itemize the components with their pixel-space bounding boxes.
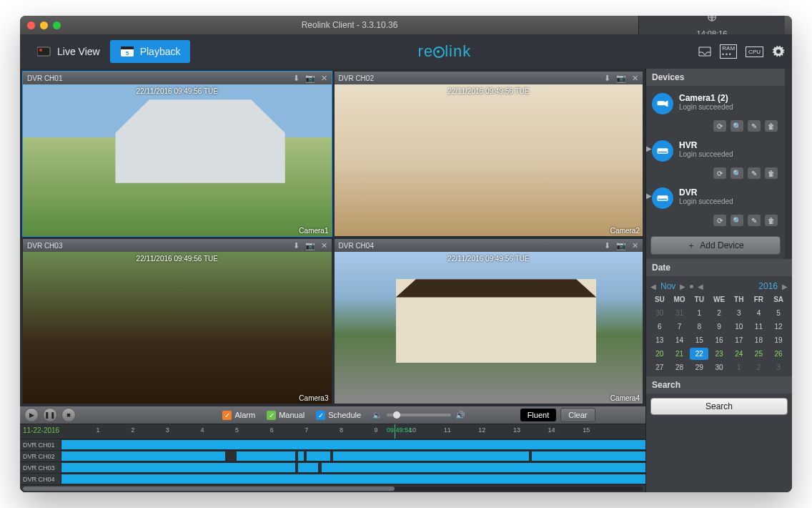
snapshot-icon[interactable]: 📷 [616, 241, 626, 250]
snapshot-icon[interactable]: 📷 [616, 74, 626, 83]
calendar-day[interactable]: 21 [670, 348, 689, 360]
play-button[interactable]: ▶ [24, 408, 39, 422]
close-icon[interactable]: ✕ [632, 74, 638, 83]
search-icon[interactable]: 🔍 [731, 215, 743, 226]
calendar-day[interactable]: 27 [650, 361, 669, 373]
calendar-day[interactable]: 17 [730, 334, 748, 346]
volume-mute-icon[interactable]: 🔈 [372, 411, 382, 420]
calendar-day[interactable]: 3 [769, 361, 788, 373]
refresh-icon[interactable]: ⟳ [713, 120, 726, 132]
prev-year-button[interactable]: ◀ [698, 283, 703, 290]
recording-segment[interactable] [61, 474, 645, 484]
recording-segment[interactable] [237, 451, 295, 461]
calendar-day[interactable]: 30 [710, 361, 728, 373]
calendar-day[interactable]: 19 [769, 334, 788, 346]
edit-icon[interactable]: ✎ [748, 215, 761, 226]
gear-icon[interactable] [772, 45, 785, 58]
calendar-day[interactable]: 4 [750, 307, 768, 319]
recording-segment[interactable] [333, 451, 529, 461]
timeline-row[interactable]: DVR CH01 [20, 439, 645, 451]
tab-playback[interactable]: 5 Playback [110, 40, 191, 63]
calendar-day[interactable]: 24 [730, 348, 748, 360]
snapshot-icon[interactable]: 📷 [305, 241, 315, 250]
timeline-ruler[interactable]: 11-22-2016 123456789101112131415 09:49:5… [20, 424, 645, 439]
search-icon[interactable]: 🔍 [731, 120, 743, 132]
recording-segment[interactable] [298, 463, 319, 472]
expand-icon[interactable]: ▶ [646, 145, 652, 152]
download-icon[interactable]: ⬇ [604, 74, 610, 83]
calendar-day[interactable]: 11 [750, 321, 768, 333]
calendar-day[interactable]: 26 [769, 348, 788, 360]
recording-segment[interactable] [322, 463, 645, 472]
calendar-day[interactable]: 29 [690, 361, 708, 373]
snapshot-icon[interactable]: 📷 [305, 74, 315, 83]
calendar-day[interactable]: 1 [690, 307, 708, 319]
calendar-day[interactable]: 12 [769, 321, 788, 333]
recording-segment[interactable] [298, 451, 304, 461]
calendar-day[interactable]: 6 [650, 321, 669, 333]
device-item[interactable]: Camera1 (2)Login succeeded [650, 90, 781, 117]
ram-icon[interactable]: RAM▪▪▪ [720, 44, 737, 59]
timeline-row[interactable]: DVR CH04 [20, 474, 645, 485]
close-icon[interactable]: ✕ [321, 241, 327, 250]
window-zoom-button[interactable] [53, 21, 61, 29]
video-tile-1[interactable]: DVR CH01 ⬇ 📷 ✕ 22/11/2016 09:49:56 TUE C… [23, 72, 332, 236]
cpu-icon[interactable]: CPU [746, 47, 763, 57]
expand-icon[interactable]: ▶ [646, 192, 652, 200]
recording-segment[interactable] [61, 451, 225, 461]
inbox-icon[interactable] [698, 47, 711, 57]
calendar-month[interactable]: Nov [660, 281, 675, 291]
next-year-button[interactable]: ▶ [782, 283, 788, 290]
filter-schedule[interactable]: ✓Schedule [316, 411, 361, 420]
calendar-day[interactable]: 13 [650, 334, 669, 346]
video-tile-4[interactable]: DVR CH04 ⬇ 📷 ✕ 22/11/2016 09:49:56 TUE C… [335, 239, 643, 404]
refresh-icon[interactable]: ⟳ [713, 215, 726, 226]
calendar-day[interactable]: 2 [710, 307, 728, 319]
tab-live-view[interactable]: Live View [27, 40, 110, 63]
search-icon[interactable]: 🔍 [731, 167, 743, 179]
edit-icon[interactable]: ✎ [748, 120, 761, 132]
pause-button[interactable]: ❚❚ [43, 408, 57, 422]
refresh-icon[interactable]: ⟳ [713, 167, 726, 179]
calendar-day[interactable]: 30 [650, 307, 669, 319]
calendar-day[interactable]: 5 [769, 307, 788, 319]
calendar-day[interactable]: 23 [710, 348, 728, 360]
search-button[interactable]: Search [650, 398, 788, 415]
calendar-day[interactable]: 20 [650, 348, 669, 360]
recording-segment[interactable] [61, 463, 295, 472]
calendar-day[interactable]: 25 [750, 348, 768, 360]
filter-alarm[interactable]: ✓Alarm [222, 411, 255, 420]
close-icon[interactable]: ✕ [632, 241, 638, 250]
device-item[interactable]: ▶DVRLogin succeeded [650, 185, 781, 212]
close-icon[interactable]: ✕ [321, 74, 327, 83]
stream-quality-button[interactable]: Fluent [520, 409, 557, 421]
stop-button[interactable]: ■ [61, 408, 76, 422]
video-tile-2[interactable]: DVR CH02 ⬇ 📷 ✕ 22/11/2016 09:49:56 TUE C… [335, 72, 643, 236]
calendar-day[interactable]: 22 [690, 348, 708, 360]
delete-icon[interactable]: 🗑 [765, 120, 778, 132]
calendar-day[interactable]: 18 [750, 334, 768, 346]
volume-max-icon[interactable]: 🔊 [455, 411, 465, 420]
recording-segment[interactable] [61, 440, 645, 449]
download-icon[interactable]: ⬇ [604, 241, 610, 250]
next-month-button[interactable]: ▶ [680, 283, 685, 290]
clear-button[interactable]: Clear [560, 408, 595, 422]
timeline-row[interactable]: DVR CH03 [20, 462, 645, 474]
recording-segment[interactable] [532, 451, 645, 461]
calendar-day[interactable]: 2 [750, 361, 768, 373]
calendar-year[interactable]: 2016 [758, 281, 778, 291]
download-icon[interactable]: ⬇ [293, 241, 299, 250]
calendar-day[interactable]: 31 [670, 307, 689, 319]
filter-manual[interactable]: ✓Manual [267, 411, 304, 420]
recording-segment[interactable] [307, 451, 330, 461]
delete-icon[interactable]: 🗑 [765, 167, 778, 179]
add-device-button[interactable]: ＋Add Device [650, 236, 781, 255]
calendar-day[interactable]: 28 [670, 361, 689, 373]
calendar-day[interactable]: 1 [730, 361, 748, 373]
window-minimize-button[interactable] [40, 21, 48, 29]
timeline-scrollbar[interactable] [20, 485, 645, 492]
calendar-day[interactable]: 15 [690, 334, 708, 346]
device-scrollbar[interactable] [785, 69, 792, 259]
calendar-day[interactable]: 10 [730, 321, 748, 333]
download-icon[interactable]: ⬇ [293, 74, 299, 83]
